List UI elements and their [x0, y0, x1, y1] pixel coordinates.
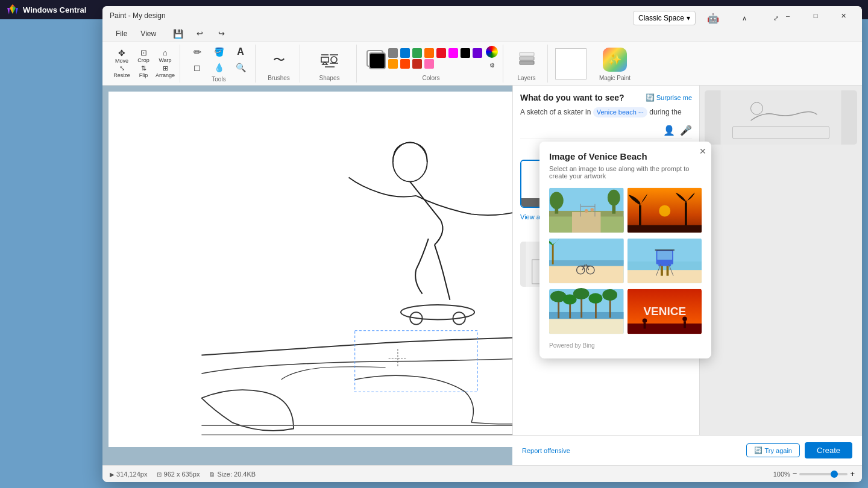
- layers-button[interactable]: [515, 46, 539, 74]
- venice-tag[interactable]: Venice beach ···: [593, 107, 647, 117]
- popup-close-button[interactable]: ✕: [699, 146, 706, 156]
- zoom-in-button[interactable]: +: [850, 469, 855, 478]
- svg-rect-15: [520, 57, 534, 60]
- action-bar: Report offensive 🔄 Try again Create: [512, 435, 862, 465]
- warp-button[interactable]: ⌂ Warp: [156, 49, 175, 63]
- ribbon-group-colors: ⚙ Colors: [359, 45, 503, 83]
- create-button[interactable]: Create: [805, 442, 852, 458]
- tools-label: Tools: [212, 76, 225, 83]
- svg-point-45: [550, 192, 564, 210]
- color-swatch-orange[interactable]: [424, 48, 434, 58]
- color-swatch-red[interactable]: [436, 48, 446, 58]
- svg-rect-95: [627, 324, 702, 334]
- svg-text:VENICE: VENICE: [643, 305, 686, 318]
- close-button[interactable]: ✕: [829, 6, 857, 25]
- svg-rect-61: [549, 264, 624, 283]
- svg-rect-73: [657, 251, 672, 260]
- venice-beach-popup: ✕ Image of Venice Beach Select an image …: [539, 142, 711, 358]
- svg-marker-4: [10, 6, 13, 14]
- chevron-down-icon: ▾: [687, 14, 690, 22]
- secondary-color-swatch[interactable]: [369, 52, 386, 69]
- svg-marker-5: [7, 8, 10, 14]
- zoom-thumb[interactable]: [831, 471, 838, 478]
- save-button[interactable]: 💾: [168, 27, 187, 41]
- svg-rect-97: [643, 323, 646, 329]
- dimensions-indicator: ⊡ 962 x 635px: [157, 471, 200, 478]
- svg-rect-43: [572, 212, 601, 233]
- try-again-button[interactable]: 🔄 Try again: [746, 443, 800, 457]
- report-offensive-button[interactable]: Report offensive: [522, 447, 570, 454]
- venice-img-4[interactable]: [627, 237, 702, 284]
- maximize-button[interactable]: □: [802, 6, 829, 25]
- menu-view[interactable]: View: [134, 28, 162, 39]
- color-swatch-darkorange[interactable]: [400, 59, 410, 69]
- move-button[interactable]: ✥ Move: [112, 49, 131, 63]
- color-swatch-darkred[interactable]: [412, 59, 422, 69]
- popup-description: Select an image to use along with the pr…: [549, 165, 702, 180]
- color-swatch-yellow[interactable]: [388, 59, 398, 69]
- magic-paint-button[interactable]: ✨: [603, 46, 627, 74]
- surprise-me-button[interactable]: 🔄 Surprise me: [646, 93, 692, 102]
- venice-img-6[interactable]: VENICE: [627, 288, 702, 335]
- ribbon-group-transform: ✥ Move ⊡ Crop ⌂ Warp ⤡ Resize ⇅: [107, 45, 180, 83]
- svg-rect-99: [684, 321, 686, 328]
- svg-rect-55: [639, 205, 641, 228]
- menu-file[interactable]: File: [110, 28, 133, 39]
- svg-point-52: [590, 208, 594, 211]
- color-swatch-green[interactable]: [412, 48, 422, 58]
- color-swatch-blue[interactable]: [400, 48, 410, 58]
- layer-thumbnail[interactable]: [705, 90, 857, 145]
- pen-tool-button[interactable]: ✏: [187, 45, 207, 59]
- eraser-button[interactable]: ◻: [187, 60, 207, 75]
- brushes-button[interactable]: 〜: [267, 46, 291, 74]
- more-colors-button[interactable]: ⚙: [486, 59, 498, 71]
- svg-rect-9: [321, 57, 329, 62]
- color-swatch-purple[interactable]: [473, 48, 482, 58]
- resize-button[interactable]: ⤡ Resize: [112, 64, 131, 79]
- redo-button[interactable]: ↪: [212, 27, 231, 41]
- svg-rect-56: [685, 202, 687, 228]
- color-picker-button[interactable]: [486, 46, 498, 58]
- venice-img-5[interactable]: [549, 288, 624, 335]
- shapes-icon: [320, 50, 339, 69]
- layers-panel: [705, 90, 857, 145]
- app-name: Windows Central: [23, 5, 86, 14]
- venice-img-2[interactable]: [627, 187, 702, 234]
- shapes-button[interactable]: [318, 46, 342, 74]
- ai-panel-title: What do you want to see?: [520, 93, 624, 102]
- venice-img-1[interactable]: [549, 187, 624, 234]
- venice-img-3[interactable]: [549, 237, 624, 284]
- svg-rect-74: [661, 264, 663, 276]
- powered-by-text: Powered by Bing: [549, 342, 702, 349]
- person-icon-button[interactable]: 👤: [663, 125, 675, 136]
- expand-button[interactable]: ∧: [731, 8, 758, 28]
- text-tool-button[interactable]: A: [231, 45, 250, 59]
- zoom-out-button[interactable]: −: [793, 469, 797, 478]
- color-swatch-magenta[interactable]: [448, 48, 458, 58]
- magic-paint-label: Magic Paint: [599, 75, 631, 81]
- share-button[interactable]: ⤢: [762, 8, 790, 28]
- color-swatch-gray[interactable]: [388, 48, 398, 58]
- tag-dots-icon: ···: [638, 108, 644, 117]
- svg-point-92: [602, 289, 617, 301]
- arrange-button[interactable]: ⊞ Arrange: [156, 64, 175, 79]
- ribbon-group-layers: Layers: [506, 45, 548, 83]
- color-swatch-black[interactable]: [461, 48, 470, 58]
- flip-button[interactable]: ⇅ Flip: [134, 64, 153, 79]
- canvas-preview: [555, 48, 587, 80]
- app-logo: Windows Central: [6, 3, 86, 16]
- svg-rect-81: [549, 317, 624, 334]
- undo-button[interactable]: ↩: [190, 27, 209, 41]
- microphone-button[interactable]: 🎤: [680, 125, 692, 136]
- color-swatch-pink[interactable]: [424, 59, 434, 69]
- svg-point-10: [331, 57, 337, 63]
- classic-space-dropdown[interactable]: Classic Space ▾: [633, 11, 696, 25]
- popup-title: Image of Venice Beach: [549, 151, 702, 161]
- crop-button[interactable]: ⊡ Crop: [134, 49, 153, 63]
- paint-bucket-button[interactable]: 🪣: [209, 45, 228, 59]
- zoom-tool-button[interactable]: 🔍: [231, 60, 250, 75]
- copilot-button[interactable]: 🤖: [699, 8, 727, 28]
- ribbon-group-magic-paint: ✨ Magic Paint: [594, 45, 636, 83]
- zoom-slider[interactable]: [799, 473, 848, 475]
- eyedropper-button[interactable]: 💧: [209, 60, 228, 75]
